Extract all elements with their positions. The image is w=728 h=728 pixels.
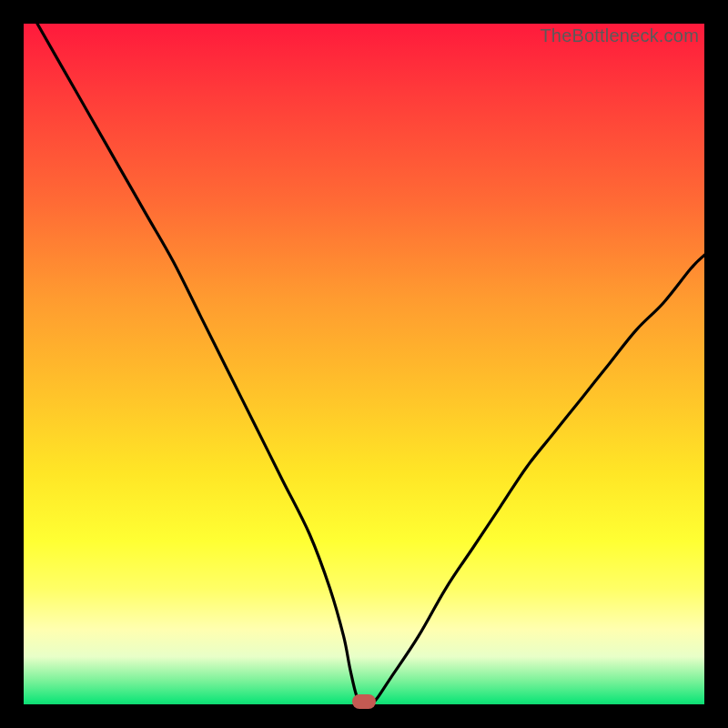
plot-area: TheBottleneck.com	[24, 24, 704, 704]
chart-frame: TheBottleneck.com	[0, 0, 728, 728]
curve-path	[37, 24, 704, 704]
minimum-marker	[352, 694, 376, 709]
bottleneck-curve	[24, 24, 704, 704]
